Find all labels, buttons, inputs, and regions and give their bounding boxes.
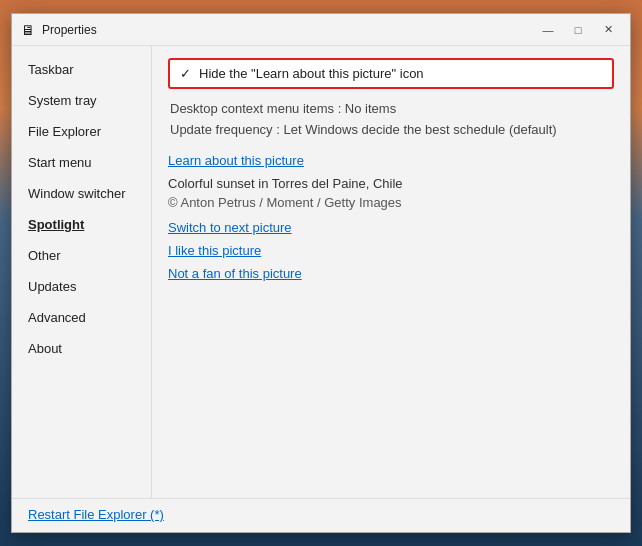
sidebar-item-file-explorer[interactable]: File Explorer (12, 116, 151, 147)
picture-copyright: © Anton Petrus / Moment / Getty Images (168, 195, 614, 210)
hide-icon-checkbox-container[interactable]: ✓ Hide the "Learn about this picture" ic… (168, 58, 614, 89)
minimize-button[interactable]: — (534, 20, 562, 40)
sidebar-item-taskbar[interactable]: Taskbar (12, 54, 151, 85)
picture-description: Colorful sunset in Torres del Paine, Chi… (168, 176, 614, 191)
sidebar-item-about[interactable]: About (12, 333, 151, 364)
sidebar-item-other[interactable]: Other (12, 240, 151, 271)
context-menu-info: Desktop context menu items : No items (168, 101, 614, 116)
checkmark-icon: ✓ (180, 66, 191, 81)
content-area: Taskbar System tray File Explorer Start … (12, 46, 630, 498)
sidebar-item-advanced[interactable]: Advanced (12, 302, 151, 333)
like-picture-link[interactable]: I like this picture (168, 243, 614, 258)
title-bar: 🖥 Properties — □ ✕ (12, 14, 630, 46)
sidebar-item-updates[interactable]: Updates (12, 271, 151, 302)
switch-next-link[interactable]: Switch to next picture (168, 220, 614, 235)
restart-file-explorer-link[interactable]: Restart File Explorer (*) (28, 507, 164, 522)
sidebar-item-start-menu[interactable]: Start menu (12, 147, 151, 178)
app-icon: 🖥 (20, 22, 36, 38)
sidebar-item-spotlight[interactable]: Spotlight (12, 209, 151, 240)
update-freq-info: Update frequency : Let Windows decide th… (168, 122, 614, 137)
learn-about-link[interactable]: Learn about this picture (168, 153, 614, 168)
footer: Restart File Explorer (*) (12, 498, 630, 532)
window-title: Properties (42, 23, 97, 37)
close-button[interactable]: ✕ (594, 20, 622, 40)
sidebar: Taskbar System tray File Explorer Start … (12, 46, 152, 498)
sidebar-item-window-switcher[interactable]: Window switcher (12, 178, 151, 209)
main-panel: ✓ Hide the "Learn about this picture" ic… (152, 46, 630, 498)
maximize-button[interactable]: □ (564, 20, 592, 40)
properties-window: 🖥 Properties — □ ✕ Taskbar System tray F… (11, 13, 631, 533)
sidebar-item-system-tray[interactable]: System tray (12, 85, 151, 116)
title-bar-left: 🖥 Properties (20, 22, 97, 38)
title-bar-controls: — □ ✕ (534, 20, 622, 40)
not-fan-link[interactable]: Not a fan of this picture (168, 266, 614, 281)
hide-icon-label: Hide the "Learn about this picture" icon (199, 66, 424, 81)
